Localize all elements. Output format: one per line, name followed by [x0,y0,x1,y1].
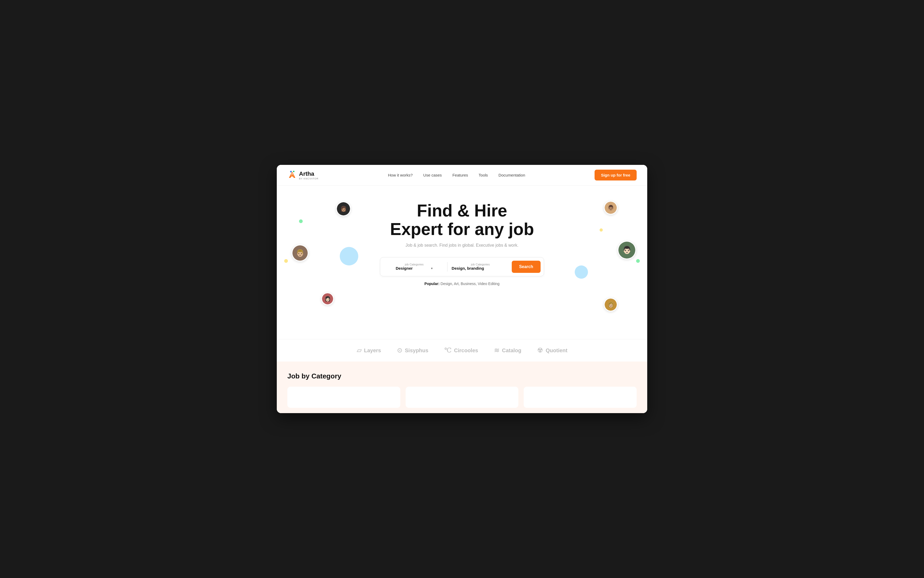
popular-line: Popular: Design, Art, Business, Video Ed… [287,282,637,286]
catalog-icon: ≋ [494,347,499,354]
brand-quotient-label: Quotient [546,347,567,354]
avatar-1: 👩🏽 [336,201,351,216]
jobs-section-title: Job by Category [287,372,637,380]
brand-catalog-label: Catalog [502,347,521,354]
avatar-5: 👩🏻 [321,292,334,305]
nav-tools[interactable]: Tools [479,173,488,177]
search-box: job Categories Designer Developer Market… [380,257,544,276]
nav-how-it-works[interactable]: How it works? [388,173,413,177]
circle-blue-1 [340,247,358,265]
brand-catalog: ≋ Catalog [494,347,521,354]
signup-button[interactable]: Sign up for free [595,170,637,180]
nav-features[interactable]: Features [452,173,468,177]
job-card-2 [406,386,519,408]
popular-items: Design, Art, Business, Video Editing [441,282,499,286]
brand-quotient: ☢ Quotient [537,347,567,354]
input-label: job Categories [452,263,509,266]
brand-sisyphus-label: Sisyphus [405,347,428,354]
svg-rect-0 [290,170,292,172]
quotient-icon: ☢ [537,347,543,354]
hero-subtitle: Job & job search. Find jobs in global. E… [287,243,637,248]
avatar-4: 👨🏻 [618,241,636,259]
logo-icon [287,170,297,180]
nav-links: How it works? Use cases Features Tools D… [388,173,525,178]
search-category-area: job Categories Designer Developer Market… [386,262,443,272]
sisyphus-icon: ⊙ [397,347,402,354]
browser-window: Artha by KNCVATOR How it works? Use case… [277,165,647,413]
avatar-6: 👩🏼 [604,298,618,312]
dot-yellow-1 [284,259,288,263]
svg-rect-1 [293,171,295,172]
search-input-area: job Categories [452,263,509,271]
nav-documentation[interactable]: Documentation [499,173,525,177]
navbar: Artha by KNCVATOR How it works? Use case… [277,165,647,185]
brand-circooles-label: Circooles [454,347,478,354]
jobs-section: Job by Category [277,362,647,413]
job-cards [287,386,637,408]
brand-layers: ▱ Layers [357,347,381,354]
search-button[interactable]: Search [512,261,541,273]
brand-layers-label: Layers [364,347,381,354]
brand-circooles: ℃ Circooles [444,347,478,354]
cat-label: job Categories [386,263,443,266]
avatar-3: 👨🏼 [292,245,308,261]
search-divider [447,262,447,271]
logo-text: Artha [299,170,319,177]
logo-area: Artha by KNCVATOR [287,170,319,180]
job-card-3 [524,386,637,408]
hero-section: 👩🏽 👨🏽 👨🏼 👨🏻 👩🏻 👩🏼 Find & Hire Expert for… [277,185,647,339]
search-input[interactable] [452,266,509,271]
brand-sisyphus: ⊙ Sisyphus [397,347,428,354]
job-card-1 [287,386,400,408]
circle-blue-2 [575,265,588,279]
avatar-2: 👨🏽 [604,201,618,214]
dot-green-2 [636,259,640,263]
circooles-icon: ℃ [444,347,451,354]
logo-sub: by KNCVATOR [299,177,319,180]
dot-green-1 [299,219,303,223]
popular-label: Popular: [425,282,439,286]
category-select[interactable]: Designer Developer Marketing [396,266,433,271]
brands-section: ▱ Layers ⊙ Sisyphus ℃ Circooles ≋ Catalo… [277,339,647,362]
nav-use-cases[interactable]: Use cases [423,173,442,177]
layers-icon: ▱ [357,347,361,354]
